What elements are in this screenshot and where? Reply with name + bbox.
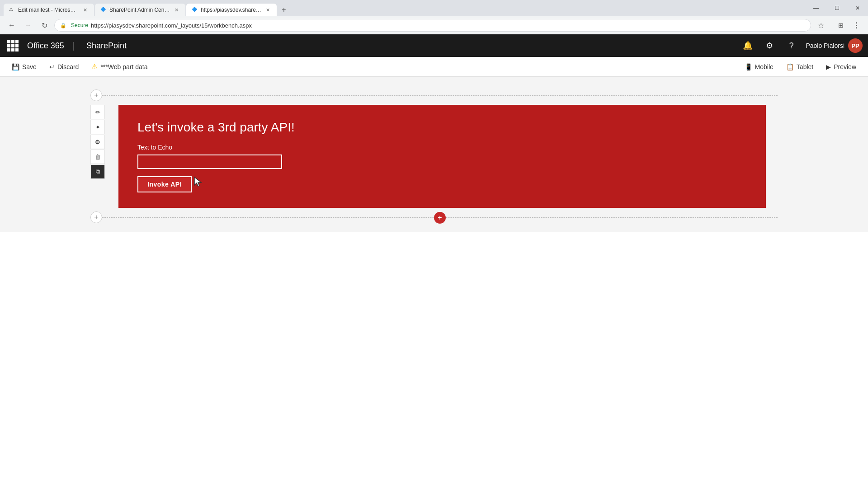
warning-icon: ⚠	[91, 62, 98, 71]
preview-label: Preview	[834, 63, 856, 70]
notification-button[interactable]: 🔔	[741, 38, 755, 53]
help-button[interactable]: ?	[784, 38, 798, 53]
webpart-settings-button[interactable]: ⚙	[90, 135, 105, 149]
preview-icon: ▶	[826, 63, 831, 70]
address-bar: ← → ↻ 🔒 Secure https://piasysdev.sharepo…	[0, 16, 868, 34]
waffle-button[interactable]	[5, 38, 20, 53]
extensions-button[interactable]: ⊞	[835, 19, 847, 32]
waffle-icon	[7, 40, 19, 52]
discard-label: Discard	[57, 63, 79, 70]
text-echo-input[interactable]	[137, 155, 282, 169]
move-icon: ✦	[95, 124, 100, 131]
tab-1[interactable]: ⚠ Edit manifest - Microsof... ✕	[4, 4, 94, 16]
new-tab-button[interactable]: +	[278, 4, 290, 16]
delete-icon: 🗑	[95, 154, 101, 160]
add-row-line-bottom: +	[102, 217, 778, 218]
tab3-close[interactable]: ✕	[264, 6, 271, 14]
webpart-move-button[interactable]: ✦	[90, 120, 105, 134]
minimize-button[interactable]: —	[806, 0, 826, 16]
settings-icon: ⚙	[766, 41, 773, 51]
tablet-label: Tablet	[797, 63, 813, 70]
webpart-copy-button[interactable]: ⧉	[90, 164, 105, 179]
workbench-inner: + ✏ ✦ ⚙ 🗑	[0, 77, 868, 232]
discard-button[interactable]: ↩ Discard	[45, 61, 83, 73]
tab1-title: Edit manifest - Microsof...	[18, 7, 79, 13]
tab1-favicon: ⚠	[9, 7, 15, 13]
notification-icon: 🔔	[743, 41, 753, 51]
workbench: + ✏ ✦ ⚙ 🗑	[0, 77, 868, 232]
webpart-title: Let's invoke a 3rd party API!	[137, 120, 747, 135]
tab3-title: https://piasysdev.sharep...	[201, 7, 261, 13]
mobile-label: Mobile	[755, 63, 774, 70]
mobile-icon: 📱	[745, 63, 752, 70]
settings-button[interactable]: ⚙	[762, 38, 777, 53]
office365-label[interactable]: Office 365	[27, 41, 64, 51]
secure-icon: 🔒	[60, 23, 66, 28]
sharepoint-label[interactable]: SharePoint	[86, 41, 127, 51]
back-button[interactable]: ←	[5, 19, 18, 32]
tab2-favicon: 🔷	[100, 7, 107, 13]
mobile-button[interactable]: 📱 Mobile	[740, 61, 778, 73]
help-icon: ?	[789, 41, 793, 51]
address-input[interactable]: 🔒 Secure https://piasysdev.sharepoint.co…	[54, 19, 811, 32]
user-name: Paolo Pialorsi	[806, 42, 844, 49]
tab2-close[interactable]: ✕	[173, 6, 180, 14]
edit-icon: ✏	[95, 109, 100, 116]
browser-chrome: ⚠ Edit manifest - Microsof... ✕ 🔷 ShareP…	[0, 0, 868, 34]
settings-webpart-icon: ⚙	[95, 139, 100, 145]
forward-button[interactable]: →	[22, 19, 34, 32]
add-section-circle-button[interactable]: +	[434, 212, 446, 224]
nav-divider: |	[72, 41, 75, 51]
tab3-favicon: 🔷	[192, 7, 198, 13]
invoke-api-button[interactable]: Invoke API	[137, 176, 192, 192]
bookmark-button[interactable]: ☆	[815, 19, 827, 32]
preview-button[interactable]: ▶ Preview	[821, 61, 861, 73]
discard-icon: ↩	[49, 63, 55, 70]
webpart-toolbar: ✏ ✦ ⚙ 🗑 ⧉	[90, 105, 105, 179]
tab-bar: ⚠ Edit manifest - Microsof... ✕ 🔷 ShareP…	[0, 0, 868, 16]
webpart-area: ✏ ✦ ⚙ 🗑 ⧉	[90, 105, 778, 208]
sp-nav: Office 365 | SharePoint 🔔 ⚙ ? Paolo Pial…	[0, 34, 868, 57]
text-echo-label: Text to Echo	[137, 144, 747, 151]
address-text: https://piasysdev.sharepoint.com/_layout…	[91, 22, 252, 29]
tab-3[interactable]: 🔷 https://piasysdev.sharep... ✕	[186, 4, 277, 16]
toolbar-right: 📱 Mobile 📋 Tablet ▶ Preview	[740, 61, 861, 73]
copy-icon: ⧉	[96, 168, 100, 175]
sp-toolbar: 💾 Save ↩ Discard ⚠ ***Web part data 📱 Mo…	[0, 57, 868, 77]
tablet-icon: 📋	[786, 63, 794, 70]
webpart-container: Let's invoke a 3rd party API! Text to Ec…	[118, 105, 766, 208]
window-controls: — ☐ ✕	[806, 0, 868, 16]
save-icon: 💾	[12, 63, 19, 70]
tab1-close[interactable]: ✕	[81, 6, 89, 14]
add-section-top-button[interactable]: +	[90, 89, 102, 101]
webpart-content: Let's invoke a 3rd party API! Text to Ec…	[119, 106, 765, 207]
save-button[interactable]: 💾 Save	[7, 61, 41, 73]
browser-right-controls: ⊞ ⋮	[835, 19, 863, 32]
secure-label: Secure	[71, 22, 88, 28]
tablet-button[interactable]: 📋 Tablet	[782, 61, 818, 73]
add-row-line-top	[102, 95, 778, 96]
add-row-top: +	[90, 89, 778, 101]
user-avatar: PP	[848, 38, 863, 53]
webpart-edit-button[interactable]: ✏	[90, 105, 105, 119]
user-menu[interactable]: Paolo Pialorsi PP	[806, 38, 863, 53]
maximize-button[interactable]: ☐	[826, 0, 847, 16]
webpart-data-label: ***Web part data	[100, 63, 147, 70]
add-row-bottom: + +	[90, 211, 778, 223]
save-label: Save	[22, 63, 37, 70]
webpart-data-button[interactable]: ⚠ ***Web part data	[87, 60, 152, 74]
nav-right: 🔔 ⚙ ? Paolo Pialorsi PP	[741, 38, 863, 53]
user-initials: PP	[851, 42, 859, 49]
webpart-delete-button[interactable]: 🗑	[90, 150, 105, 164]
reload-button[interactable]: ↻	[38, 19, 51, 32]
close-button[interactable]: ✕	[847, 0, 868, 16]
menu-button[interactable]: ⋮	[850, 19, 863, 32]
add-section-bottom-button[interactable]: +	[90, 211, 102, 223]
tab-2[interactable]: 🔷 SharePoint Admin Cente... ✕	[95, 4, 185, 16]
tab2-title: SharePoint Admin Cente...	[109, 7, 170, 13]
